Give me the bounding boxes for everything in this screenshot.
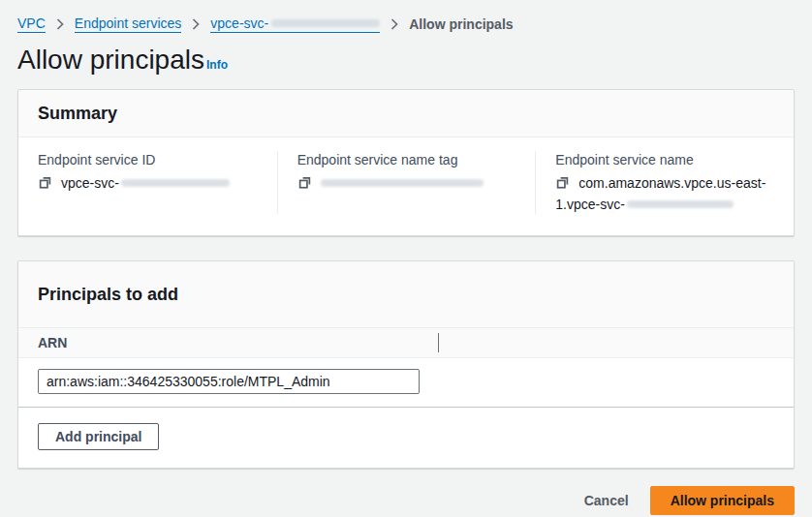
- chevron-right-icon: [56, 18, 64, 30]
- chevron-right-icon: [390, 18, 398, 30]
- breadcrumb-current-page: Allow principals: [409, 16, 513, 32]
- summary-field-endpoint-service-id: Endpoint service ID vpce-svc-: [18, 151, 277, 214]
- redacted-text: [271, 19, 380, 27]
- summary-header: Summary: [18, 90, 794, 137]
- info-link[interactable]: Info: [206, 58, 228, 72]
- redacted-text: [121, 179, 230, 187]
- field-label: Endpoint service name: [555, 151, 774, 168]
- copy-icon[interactable]: [297, 175, 312, 195]
- column-resize-handle[interactable]: [438, 333, 439, 352]
- page-title-row: Allow principals Info: [0, 33, 812, 77]
- arn-input-row: [18, 358, 794, 407]
- breadcrumb-link-vpc[interactable]: VPC: [17, 15, 46, 33]
- cancel-button[interactable]: Cancel: [584, 493, 629, 508]
- arn-input[interactable]: [38, 369, 420, 394]
- field-value: [297, 173, 516, 195]
- summary-field-endpoint-service-name-tag: Endpoint service name tag: [277, 151, 536, 214]
- breadcrumb-link-endpoint-services[interactable]: Endpoint services: [75, 15, 182, 33]
- arn-column-header-row: ARN: [18, 328, 794, 358]
- breadcrumb: VPC Endpoint services vpce-svc- Allow pr…: [0, 0, 812, 33]
- summary-field-endpoint-service-name: Endpoint service name com.amazonaws.vpce…: [535, 151, 794, 214]
- principals-to-add-header: Principals to add: [18, 261, 794, 328]
- summary-panel: Summary Endpoint service ID vpce-svc- En…: [17, 89, 795, 236]
- field-value: com.amazonaws.vpce.us-east-1.vpce-svc-: [555, 173, 774, 214]
- add-principal-button[interactable]: Add principal: [38, 423, 159, 450]
- chevron-right-icon: [192, 18, 200, 30]
- field-label: Endpoint service name tag: [297, 151, 516, 168]
- endpoint-service-id-prefix: vpce-svc-: [61, 175, 119, 191]
- redacted-text: [321, 179, 484, 187]
- principals-to-add-panel: Principals to add ARN Add principal: [17, 260, 795, 469]
- breadcrumb-link-endpoint-service-id[interactable]: vpce-svc-: [210, 15, 380, 33]
- form-actions: Cancel Allow principals: [0, 469, 812, 515]
- redacted-text: [627, 200, 734, 208]
- summary-grid: Endpoint service ID vpce-svc- Endpoint s…: [18, 137, 794, 235]
- copy-icon[interactable]: [555, 175, 570, 195]
- field-value: vpce-svc-: [38, 173, 258, 195]
- page-title: Allow principals: [17, 43, 204, 77]
- allow-principals-button[interactable]: Allow principals: [650, 486, 795, 515]
- copy-icon[interactable]: [38, 175, 52, 195]
- field-label: Endpoint service ID: [38, 151, 258, 168]
- arn-column-header: ARN: [38, 335, 67, 350]
- breadcrumb-service-id-prefix: vpce-svc-: [210, 15, 268, 31]
- add-principal-row: Add principal: [18, 408, 794, 468]
